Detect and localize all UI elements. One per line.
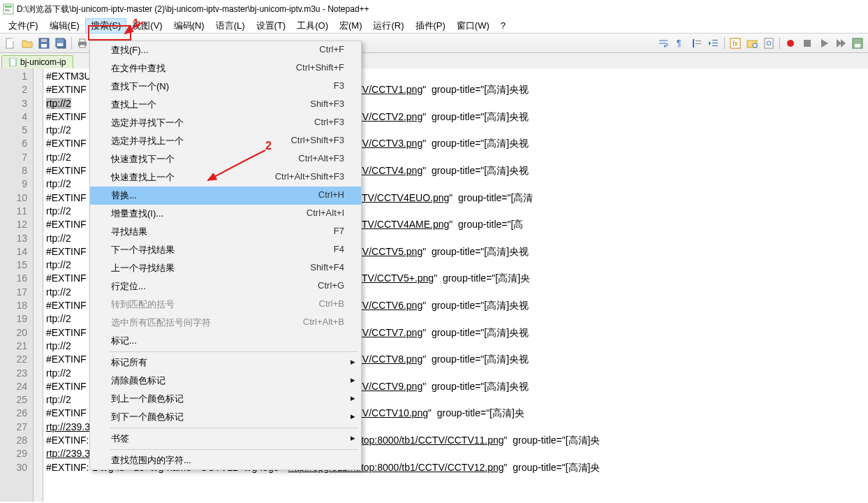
- svg-rect-14: [80, 45, 85, 48]
- menu-item-25[interactable]: 查找范围内的字符...: [90, 451, 361, 469]
- menu-item-21[interactable]: 到下一个颜色标记▸: [90, 408, 361, 426]
- line-number: 28: [0, 434, 27, 447]
- line-number: 15: [0, 258, 27, 272]
- submenu-arrow-icon: ▸: [351, 356, 355, 367]
- show-symbols-icon[interactable]: ¶: [672, 36, 688, 51]
- line-number: 17: [0, 286, 27, 299]
- menu-item-6[interactable]: 快速查找下一个Ctrl+Alt+F3: [90, 150, 361, 168]
- menu-item-label: 下一个寻找结果: [111, 244, 175, 256]
- menu-item-11[interactable]: 下一个寻找结果F4: [90, 241, 361, 259]
- svg-rect-5: [11, 38, 14, 41]
- menu-item-8[interactable]: 替换...Ctrl+H: [90, 187, 361, 205]
- line-number: 30: [0, 461, 27, 474]
- doc-map-icon[interactable]: [761, 36, 777, 51]
- stop-macro-icon[interactable]: [800, 36, 815, 51]
- open-file-icon[interactable]: [20, 36, 35, 51]
- svg-rect-2: [5, 9, 9, 10]
- file-tab[interactable]: bj-unicom-ip: [1, 55, 73, 68]
- menu-item-shortcut: Ctrl+Shift+F: [296, 62, 344, 75]
- menu-item-shortcut: Ctrl+Shift+F3: [290, 135, 344, 147]
- menu-separator: [110, 428, 358, 428]
- line-number: 16: [0, 272, 27, 285]
- svg-rect-21: [712, 45, 718, 46]
- menu-item-label: 在文件中查找: [111, 62, 165, 75]
- menu-item-shortcut: Ctrl+Alt+B: [303, 316, 344, 329]
- menu-item-7[interactable]: 快速查找上一个Ctrl+Alt+Shift+F3: [90, 168, 361, 187]
- menu-item-23[interactable]: 书签▸: [90, 430, 361, 448]
- toolbar-separator: [779, 37, 780, 50]
- save-all-icon[interactable]: [53, 36, 68, 51]
- menu-item-label: 快速查找上一个: [111, 171, 175, 184]
- print-icon[interactable]: [75, 36, 90, 51]
- menu-宏M[interactable]: 宏(M): [334, 18, 368, 34]
- menu-item-label: 转到匹配的括号: [111, 298, 175, 311]
- menu-item-5[interactable]: 选定并寻找上一个Ctrl+Shift+F3: [90, 132, 361, 150]
- window-title: D:\浏览器下载\bj-unicom-iptv-master (2)\bj-un…: [17, 3, 369, 15]
- svg-text:¶: ¶: [677, 38, 681, 48]
- menu-item-20[interactable]: 到上一个颜色标记▸: [90, 390, 361, 408]
- save-macro-icon[interactable]: [850, 36, 865, 51]
- menu-item-label: 寻找结果: [111, 226, 147, 238]
- line-number: 23: [0, 367, 27, 380]
- menu-item-12[interactable]: 上一个寻找结果Shift+F4: [90, 259, 361, 277]
- indent-guide-icon[interactable]: [689, 36, 705, 51]
- menu-窗口W[interactable]: 窗口(W): [451, 18, 495, 34]
- menu-?[interactable]: ?: [495, 19, 511, 32]
- submenu-arrow-icon: ▸: [351, 411, 355, 421]
- menu-item-label: 选中所有匹配括号间字符: [111, 316, 211, 329]
- menu-item-shortcut: Ctrl+H: [318, 189, 344, 202]
- svg-rect-18: [696, 43, 701, 44]
- menu-item-label: 选定并寻找上一个: [111, 135, 184, 147]
- outdent-icon[interactable]: [706, 36, 721, 51]
- line-number: 25: [0, 393, 27, 407]
- menu-工具O[interactable]: 工具(O): [291, 18, 334, 34]
- menu-item-19[interactable]: 清除颜色标记▸: [90, 372, 361, 390]
- menu-item-shortcut: Ctrl+F3: [314, 117, 344, 129]
- menu-item-9[interactable]: 增量查找(I)...Ctrl+Alt+I: [90, 205, 361, 223]
- menu-item-3[interactable]: 查找上一个Shift+F3: [90, 96, 361, 114]
- new-file-icon[interactable]: [3, 36, 18, 51]
- menu-item-2[interactable]: 查找下一个(N)F3: [90, 78, 361, 96]
- play-macro-icon[interactable]: [816, 36, 832, 51]
- menu-item-1[interactable]: 在文件中查找Ctrl+Shift+F: [90, 59, 361, 78]
- folder-view-icon[interactable]: [744, 36, 760, 51]
- line-number-gutter: 1234567891011121314151617181920212223242…: [0, 68, 34, 502]
- menu-item-16[interactable]: 标记...: [90, 332, 361, 350]
- function-list-icon[interactable]: fx: [728, 36, 743, 51]
- menu-设置T[interactable]: 设置(T): [251, 18, 292, 34]
- line-number: 8: [0, 164, 27, 177]
- play-multi-icon[interactable]: [833, 36, 848, 51]
- word-wrap-icon[interactable]: [656, 36, 671, 51]
- menu-编辑E[interactable]: 编辑(E): [44, 18, 85, 34]
- menu-插件P[interactable]: 插件(P): [410, 18, 451, 34]
- line-number: 27: [0, 421, 27, 434]
- menu-item-shortcut: F7: [334, 226, 344, 238]
- line-number: 20: [0, 326, 27, 340]
- line-number: 14: [0, 245, 27, 258]
- menu-文件F[interactable]: 文件(F): [3, 18, 44, 34]
- menu-item-4[interactable]: 选定并寻找下一个Ctrl+F3: [90, 114, 361, 132]
- menu-item-label: 查找(F)...: [111, 44, 148, 57]
- menu-运行R[interactable]: 运行(R): [367, 18, 409, 34]
- line-number: 7: [0, 151, 27, 164]
- save-icon[interactable]: [36, 36, 52, 51]
- menu-编码N[interactable]: 编码(N): [168, 18, 210, 34]
- menu-item-13[interactable]: 行定位...Ctrl+G: [90, 277, 361, 296]
- menu-item-10[interactable]: 寻找结果F7: [90, 223, 361, 241]
- record-macro-icon[interactable]: [783, 36, 798, 51]
- menu-视图V[interactable]: 视图(V): [126, 18, 168, 34]
- menu-语言L[interactable]: 语言(L): [210, 18, 251, 34]
- line-number: 6: [0, 137, 27, 150]
- line-number: 11: [0, 205, 27, 218]
- menu-item-label: 查找上一个: [111, 99, 156, 111]
- menu-搜索S[interactable]: 搜索(S): [85, 18, 126, 34]
- menu-item-0[interactable]: 查找(F)...Ctrl+F: [90, 41, 361, 59]
- file-icon: [9, 58, 17, 66]
- svg-rect-26: [765, 38, 773, 48]
- menu-item-shortcut: Shift+F4: [310, 262, 344, 275]
- menu-item-label: 快速查找下一个: [111, 153, 175, 166]
- line-number: 18: [0, 299, 27, 312]
- menu-item-label: 增量查找(I)...: [111, 207, 163, 220]
- menu-item-18[interactable]: 标记所有▸: [90, 353, 361, 372]
- line-number: 5: [0, 124, 27, 137]
